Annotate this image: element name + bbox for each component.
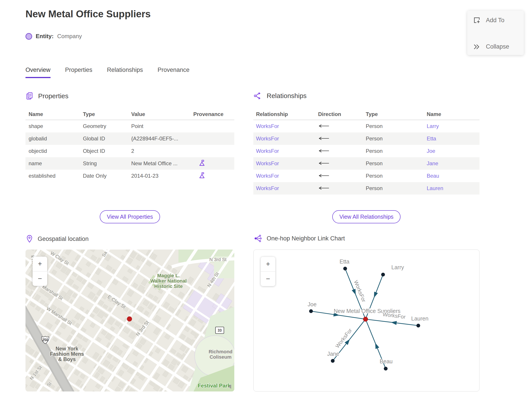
entity-type-value: Company <box>57 33 82 40</box>
person-node[interactable] <box>331 359 335 363</box>
map-label: Festival Park <box>198 383 231 389</box>
provenance-flag-icon[interactable] <box>199 160 205 168</box>
person-node[interactable] <box>309 309 313 313</box>
entity-type-icon <box>26 33 32 40</box>
relationship-link[interactable]: WorksFor <box>256 148 318 154</box>
add-to-icon <box>473 16 481 24</box>
properties-section-title: Properties <box>38 92 68 100</box>
property-type: Object ID <box>83 148 131 154</box>
related-entity-link[interactable]: Larry <box>427 123 479 129</box>
properties-icon <box>26 92 33 100</box>
map-label: N 3rd St <box>209 257 226 262</box>
view-all-relationships-button[interactable]: View All Relationships <box>332 210 400 223</box>
person-node[interactable] <box>384 367 388 371</box>
column-header: Relationship <box>256 111 318 117</box>
property-type: Geometry <box>83 123 131 129</box>
direction-cell <box>318 135 366 142</box>
table-row: objectidObject ID2 <box>26 145 234 157</box>
table-row: WorksForPersonLauren <box>253 182 479 195</box>
related-entity-link[interactable]: Etta <box>427 135 479 142</box>
left-arrow-icon <box>318 148 330 154</box>
related-entity-link[interactable]: Joe <box>427 148 479 154</box>
map-zoom-control: + − <box>33 256 47 286</box>
property-name: objectid <box>29 148 83 154</box>
related-entity-link[interactable]: Jane <box>427 160 479 167</box>
relationship-link[interactable]: WorksFor <box>256 173 318 179</box>
properties-table: NameTypeValueProvenanceshapeGeometryPoin… <box>26 109 234 182</box>
map-location-marker[interactable] <box>127 317 132 321</box>
person-node[interactable] <box>417 324 420 328</box>
direction-cell <box>318 160 366 167</box>
tab-provenance[interactable]: Provenance <box>158 67 190 78</box>
add-to-button[interactable]: Add To <box>473 16 524 24</box>
map-pin-icon <box>26 235 33 243</box>
map-zoom-out-button[interactable]: − <box>33 271 47 286</box>
view-all-properties-button[interactable]: View All Properties <box>100 210 160 223</box>
link-chart-panel: + − EttaLarryJoeLaurenJaneBeauNew Metal … <box>253 250 479 392</box>
property-name: shape <box>29 123 83 129</box>
table-row: WorksForPersonBeau <box>253 170 479 182</box>
chart-label: Etta <box>339 258 350 265</box>
table-row: globalidGlobal ID{A228944F-0EF5-... <box>26 132 234 145</box>
direction-cell <box>318 123 366 129</box>
map-zoom-in-button[interactable]: + <box>33 256 47 271</box>
center-entity-node[interactable] <box>363 317 368 322</box>
geospatial-section-title: Geospatial location <box>38 236 89 243</box>
property-name: name <box>29 160 83 167</box>
chart-label: Lauren <box>411 315 428 322</box>
relationship-link[interactable]: WorksFor <box>256 123 318 129</box>
left-arrow-icon <box>318 160 330 166</box>
related-type: Person <box>366 173 427 179</box>
property-value: {A228944F-0EF5-... <box>131 135 193 142</box>
person-node[interactable] <box>343 267 347 270</box>
collapse-button[interactable]: Collapse <box>473 43 524 50</box>
provenance-flag-icon[interactable] <box>199 172 205 180</box>
map-canvas[interactable]: k RdW Clay StSaN 3rd StN 4th StMaggie L.… <box>26 250 234 392</box>
column-header: Name <box>29 111 83 117</box>
tab-overview[interactable]: Overview <box>26 67 51 78</box>
chart-label: WorksFor <box>382 311 406 320</box>
relationship-link[interactable]: WorksFor <box>256 160 318 167</box>
tab-relationships[interactable]: Relationships <box>107 67 143 78</box>
tab-properties[interactable]: Properties <box>65 67 93 78</box>
relationship-link[interactable]: WorksFor <box>256 185 318 191</box>
column-header: Type <box>83 111 131 117</box>
chart-zoom-in-button[interactable]: + <box>261 257 275 272</box>
property-value: New Metal Office ... <box>131 160 193 167</box>
direction-cell <box>318 185 366 191</box>
left-arrow-icon <box>318 185 330 191</box>
relationships-icon <box>254 92 262 100</box>
relationships-table: RelationshipDirectionTypeNameWorksForPer… <box>253 109 479 195</box>
properties-section-header: Properties <box>26 92 68 100</box>
svg-text:33: 33 <box>218 329 222 332</box>
table-row: WorksForPersonEtta <box>253 132 479 145</box>
table-row: WorksForPersonLarry <box>253 120 479 132</box>
chart-label: Beau <box>380 358 392 364</box>
column-header: Type <box>366 111 427 117</box>
geospatial-map[interactable]: + − k RdW Clay StSaN 3rd StN 4th StMaggi… <box>26 250 234 392</box>
property-name: globalid <box>29 135 83 142</box>
tab-bar: OverviewPropertiesRelationshipsProvenanc… <box>26 67 190 78</box>
chart-label: Joe <box>308 301 317 307</box>
property-type: String <box>83 160 131 167</box>
chart-zoom-out-button[interactable]: − <box>261 272 275 286</box>
link-chart-icon <box>254 235 262 242</box>
related-entity-link[interactable]: Beau <box>427 173 479 179</box>
property-value: 2 <box>131 148 193 154</box>
chart-label: Larry <box>392 264 404 270</box>
related-type: Person <box>366 123 427 129</box>
table-row: shapeGeometryPoint <box>26 120 234 132</box>
column-header: Direction <box>318 111 366 117</box>
person-node[interactable] <box>381 273 385 277</box>
collapse-icon <box>473 43 481 50</box>
link-chart-canvas[interactable]: EttaLarryJoeLaurenJaneBeauNew Metal Offi… <box>253 250 479 391</box>
property-type: Global ID <box>83 135 131 142</box>
related-entity-link[interactable]: Lauren <box>427 185 479 191</box>
entity-row: Entity: Company <box>26 33 82 40</box>
related-type: Person <box>366 148 427 154</box>
property-provenance <box>193 160 234 168</box>
property-value: Point <box>131 123 193 129</box>
relationship-link[interactable]: WorksFor <box>256 135 318 142</box>
geospatial-section-header: Geospatial location <box>26 235 89 243</box>
left-arrow-icon <box>318 135 330 142</box>
